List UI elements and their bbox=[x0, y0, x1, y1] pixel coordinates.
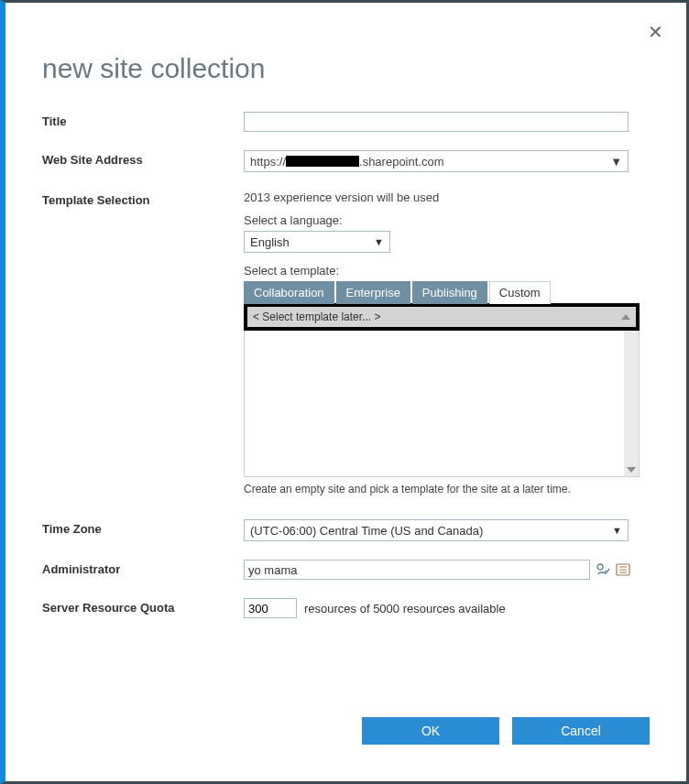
tab-custom[interactable]: Custom bbox=[489, 281, 551, 304]
quota-suffix: resources of 5000 resources available bbox=[304, 602, 506, 615]
administrator-input[interactable] bbox=[244, 560, 590, 580]
template-list-selected[interactable]: < Select template later... > bbox=[247, 307, 636, 327]
tab-collaboration[interactable]: Collaboration bbox=[244, 281, 334, 304]
title-input[interactable] bbox=[244, 112, 629, 132]
language-select-value: English bbox=[250, 235, 290, 249]
row-quota: Server Resource Quota resources of 5000 … bbox=[42, 598, 650, 618]
row-title: Title bbox=[42, 112, 650, 132]
title-label: Title bbox=[42, 112, 244, 128]
select-template-label: Select a template: bbox=[244, 264, 650, 278]
dialog-buttons: OK Cancel bbox=[362, 717, 650, 745]
chevron-down-icon: ▼ bbox=[374, 236, 384, 247]
chevron-down-icon: ▼ bbox=[612, 525, 622, 536]
template-selection-label: Template Selection bbox=[42, 191, 244, 207]
address-tenant-redacted bbox=[286, 156, 359, 167]
dialog-body: new site collection Title Web Site Addre… bbox=[5, 3, 686, 664]
scrollbar[interactable] bbox=[624, 331, 639, 476]
template-list-selected-text: < Select template later... > bbox=[253, 310, 380, 323]
browse-people-icon[interactable] bbox=[616, 562, 630, 577]
row-address: Web Site Address https:// .sharepoint.co… bbox=[42, 150, 650, 172]
administrator-label: Administrator bbox=[42, 560, 244, 576]
timezone-select[interactable]: (UTC-06:00) Central Time (US and Canada)… bbox=[244, 519, 629, 541]
template-description: Create an empty site and pick a template… bbox=[244, 483, 640, 495]
dialog-title: new site collection bbox=[42, 53, 650, 84]
chevron-down-icon bbox=[627, 467, 636, 473]
address-select[interactable]: https:// .sharepoint.com ▼ bbox=[244, 150, 629, 172]
row-timezone: Time Zone (UTC-06:00) Central Time (US a… bbox=[42, 519, 650, 541]
cancel-button[interactable]: Cancel bbox=[512, 717, 650, 745]
row-administrator: Administrator bbox=[42, 560, 650, 580]
language-select[interactable]: English ▼ bbox=[244, 231, 390, 253]
check-name-icon[interactable] bbox=[596, 562, 610, 577]
svg-point-0 bbox=[597, 564, 603, 570]
template-version-note: 2013 experience version will be used bbox=[244, 191, 650, 204]
row-template-selection: Template Selection 2013 experience versi… bbox=[42, 191, 650, 495]
address-prefix: https:// bbox=[250, 155, 286, 169]
timezone-select-value: (UTC-06:00) Central Time (US and Canada) bbox=[250, 524, 483, 538]
chevron-up-icon bbox=[621, 314, 630, 320]
chevron-down-icon: ▼ bbox=[610, 155, 622, 169]
template-list-highlight: < Select template later... > bbox=[244, 303, 640, 331]
timezone-label: Time Zone bbox=[42, 519, 244, 536]
dialog-new-site-collection: ✕ new site collection Title Web Site Add… bbox=[0, 0, 689, 784]
address-suffix: .sharepoint.com bbox=[359, 155, 444, 169]
ok-button[interactable]: OK bbox=[362, 717, 499, 745]
quota-label: Server Resource Quota bbox=[42, 598, 244, 615]
close-icon[interactable]: ✕ bbox=[648, 21, 663, 43]
select-language-label: Select a language: bbox=[244, 213, 650, 227]
tab-publishing[interactable]: Publishing bbox=[412, 281, 487, 304]
tab-enterprise[interactable]: Enterprise bbox=[336, 281, 410, 304]
template-tabs: Collaboration Enterprise Publishing Cust… bbox=[244, 281, 650, 304]
template-list-body[interactable] bbox=[244, 331, 640, 477]
address-label: Web Site Address bbox=[42, 150, 244, 167]
quota-input[interactable] bbox=[244, 598, 297, 618]
